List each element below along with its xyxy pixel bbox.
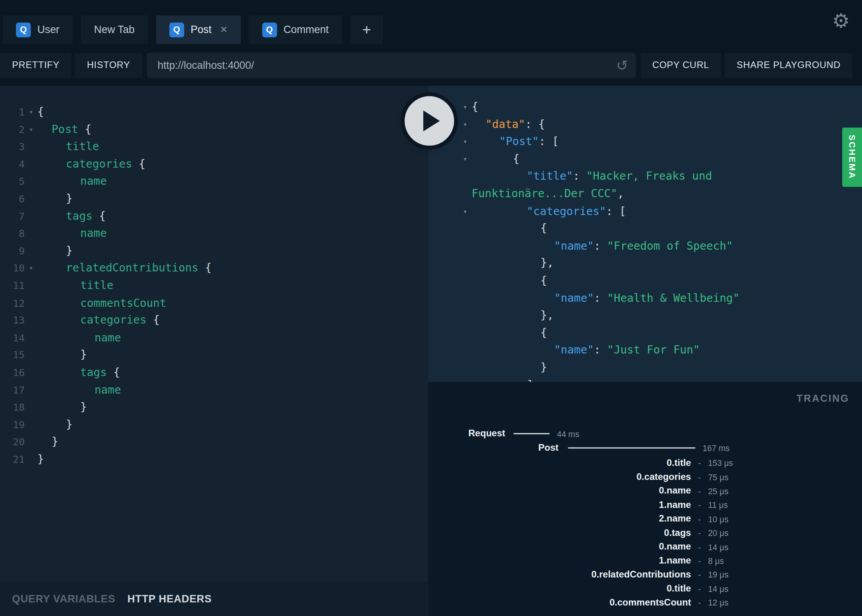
endpoint-url-bar: ↺ <box>147 53 636 78</box>
line-number: 15 <box>0 346 25 364</box>
response-code: }, <box>540 255 554 272</box>
line-number: 1 <box>0 103 25 121</box>
tab-new-tab[interactable]: New Tab <box>81 16 148 44</box>
tab-label: Comment <box>284 24 329 36</box>
trace-resolver-row: 1.name-11 μs <box>428 498 862 512</box>
code-token: "Freedom of Speech" <box>607 239 733 252</box>
trace-resolver-row: 0.tags-20 μs <box>428 526 862 540</box>
share-playground-button[interactable]: SHARE PLAYGROUND <box>725 53 853 78</box>
trace-resolver-label: 2.name <box>428 513 691 524</box>
response-line: }, <box>428 255 862 272</box>
trace-row-request: Request 44 ms <box>428 428 862 439</box>
indent-spacer <box>472 272 541 289</box>
code-token: "categories" <box>527 204 606 217</box>
code-token: { <box>198 261 212 275</box>
indent-spacer <box>472 324 541 341</box>
fold-spacer <box>25 381 38 399</box>
query-variables-button[interactable]: QUERY VARIABLES <box>12 593 115 605</box>
line-number: 12 <box>0 294 25 312</box>
response-line: ▾{ <box>428 150 862 168</box>
indent-spacer <box>472 116 485 133</box>
tab-user[interactable]: QUser <box>3 16 73 44</box>
graphql-playground: QUserNew TabQPost×QComment+ ⚙ PRETTIFY H… <box>0 0 862 616</box>
code-token: } <box>80 348 87 361</box>
query-line: 3title <box>0 138 428 156</box>
history-button[interactable]: HISTORY <box>75 53 142 78</box>
trace-resolver-time: 75 μs <box>708 472 728 482</box>
indent-spacer <box>472 220 541 238</box>
trace-request-time: 44 ms <box>557 429 580 438</box>
code-token: : <box>594 343 607 356</box>
response-code: } <box>540 359 547 376</box>
query-code: name <box>80 225 107 242</box>
http-headers-button[interactable]: HTTP HEADERS <box>127 593 212 605</box>
fold-arrow-icon[interactable]: ▾ <box>25 260 38 277</box>
line-number: 8 <box>0 225 25 242</box>
endpoint-url-input[interactable] <box>147 60 636 72</box>
response-code: Funktionäre...Der CCC", <box>472 185 624 203</box>
indent-spacer <box>472 307 541 324</box>
settings-gear-icon[interactable]: ⚙ <box>832 11 850 31</box>
new-tab-button[interactable]: + <box>350 16 383 44</box>
code-token: } <box>66 244 73 257</box>
query-line: 13categories { <box>0 312 428 329</box>
code-token: : <box>594 291 607 304</box>
query-code: } <box>66 190 73 208</box>
indent-spacer <box>472 203 527 220</box>
response-line: }, <box>428 307 862 324</box>
response-line: { <box>428 272 862 289</box>
toolbar: PRETTIFY HISTORY ↺ COPY CURL SHARE PLAYG… <box>0 53 862 78</box>
fold-spacer <box>25 399 38 416</box>
copy-curl-button[interactable]: COPY CURL <box>640 53 721 78</box>
collapse-arrow-icon[interactable]: ▾ <box>428 203 472 220</box>
collapse-spacer <box>428 359 472 376</box>
code-token: Funktionäre...Der CCC" <box>472 187 617 200</box>
schema-tab[interactable]: SCHEMA <box>842 128 862 187</box>
line-number: 6 <box>0 190 25 208</box>
code-token: , <box>617 187 624 200</box>
trace-operation-bar <box>568 447 696 448</box>
indent-spacer <box>472 341 554 359</box>
trace-dash: - <box>691 486 708 496</box>
query-line: 20} <box>0 433 428 451</box>
query-editor[interactable]: 1▾{2▾Post {3title4categories {5name6}7ta… <box>0 86 428 582</box>
indent-spacer <box>37 156 66 173</box>
tab-comment[interactable]: QComment <box>249 16 342 44</box>
code-token: { <box>132 157 145 170</box>
indent-spacer <box>472 237 554 255</box>
tab-post[interactable]: QPost× <box>156 16 240 44</box>
trace-request-label: Request <box>428 428 505 439</box>
response-code: { <box>540 324 547 341</box>
code-token: "Just For Fun" <box>607 343 700 356</box>
trace-dash: - <box>691 472 708 482</box>
reload-schema-icon[interactable]: ↺ <box>616 58 628 73</box>
line-number: 17 <box>0 381 25 399</box>
prettify-button[interactable]: PRETTIFY <box>0 53 72 78</box>
code-token: "name" <box>554 239 594 252</box>
code-token: }, <box>540 308 554 322</box>
indent-spacer <box>37 208 66 225</box>
close-tab-icon[interactable]: × <box>220 24 227 36</box>
code-token: : <box>594 239 607 252</box>
response-line: Funktionäre...Der CCC", <box>428 185 862 203</box>
collapse-spacer <box>428 237 472 255</box>
fold-spacer <box>25 156 38 173</box>
line-number: 21 <box>0 451 25 468</box>
indent-spacer <box>472 255 541 272</box>
fold-arrow-icon[interactable]: ▾ <box>25 121 38 138</box>
fold-arrow-icon[interactable]: ▾ <box>25 103 38 121</box>
code-token: } <box>66 418 73 431</box>
execute-button[interactable] <box>405 96 454 145</box>
indent-spacer <box>37 433 52 451</box>
trace-resolver-label: 0.categories <box>428 472 691 483</box>
code-token: { <box>513 152 520 165</box>
code-token: } <box>540 360 547 374</box>
indent-spacer <box>472 133 499 150</box>
editor-bottom-bar: QUERY VARIABLES HTTP HEADERS <box>0 582 428 616</box>
query-line: 14name <box>0 329 428 346</box>
trace-request-bar <box>513 433 550 434</box>
query-line: 1▾{ <box>0 103 428 121</box>
collapse-arrow-icon[interactable]: ▾ <box>428 150 472 168</box>
fold-spacer <box>25 451 38 468</box>
response-line: "title": "Hacker, Freaks und <box>428 168 862 186</box>
